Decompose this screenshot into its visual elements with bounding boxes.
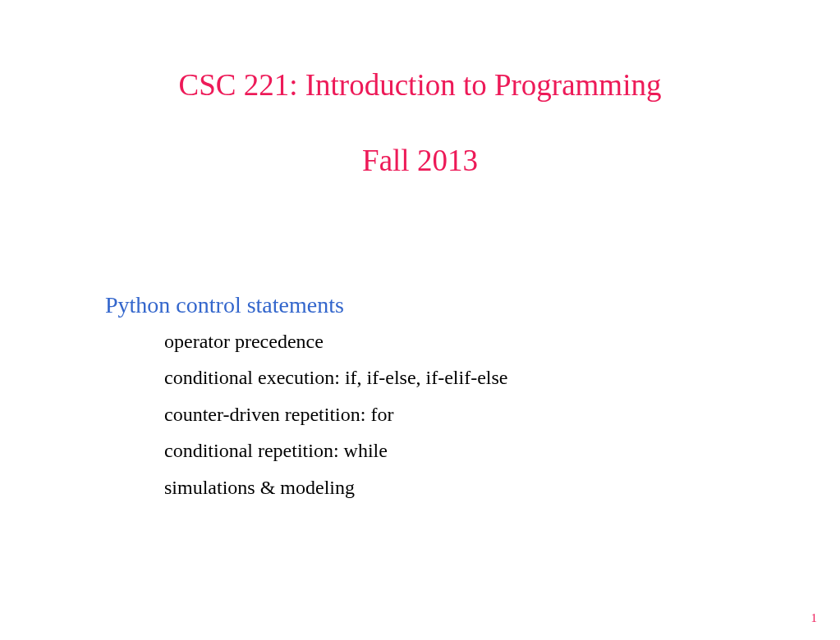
topic-subtitle: Python control statements [105,292,508,318]
list-item: conditional execution: if, if-else, if-e… [138,364,508,391]
slide: CSC 221: Introduction to Programming Fal… [0,0,840,640]
list-item: operator precedence [138,328,508,354]
title-block: CSC 221: Introduction to Programming Fal… [0,0,840,180]
content-block: Python control statements operator prece… [105,292,508,510]
course-title: CSC 221: Introduction to Programming [0,67,840,103]
bullet-text: operator precedence [164,328,324,354]
list-item: conditional repetition: while [138,437,508,464]
bullet-text: conditional repetition: while [164,437,388,464]
course-term: Fall 2013 [0,143,840,179]
bullet-text: conditional execution: if, if-else, if-e… [164,364,508,391]
list-item: counter-driven repetition: for [138,401,508,427]
bullet-text: counter-driven repetition: for [164,401,393,427]
page-number: 1 [811,611,818,625]
list-item: simulations & modeling [138,474,508,501]
bullet-text: simulations & modeling [164,474,355,501]
bullet-list: operator precedence conditional executio… [138,328,508,501]
